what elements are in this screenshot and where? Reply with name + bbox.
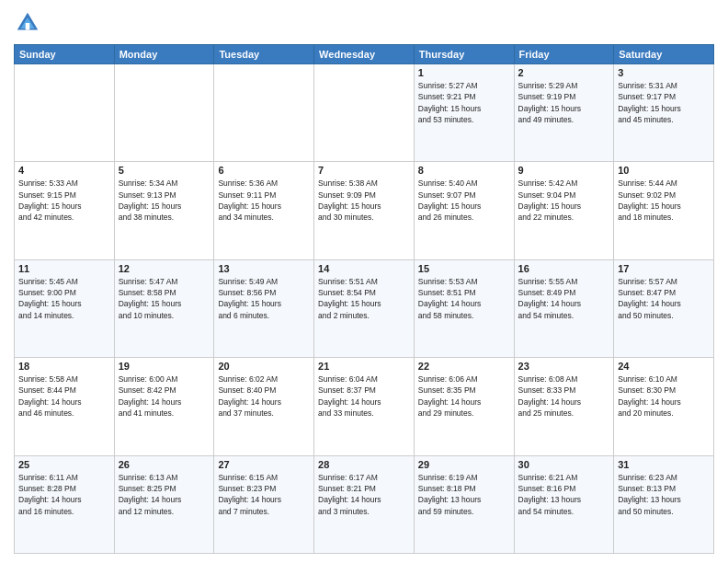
calendar-cell xyxy=(214,64,314,162)
day-info: Sunrise: 5:49 AM Sunset: 8:56 PM Dayligh… xyxy=(218,276,310,321)
calendar-cell: 22Sunrise: 6:06 AM Sunset: 8:35 PM Dayli… xyxy=(414,358,514,455)
weekday-sunday: Sunday xyxy=(15,45,115,64)
day-number: 16 xyxy=(518,263,610,274)
day-number: 28 xyxy=(318,459,410,470)
day-info: Sunrise: 6:04 AM Sunset: 8:37 PM Dayligh… xyxy=(318,373,410,419)
logo-icon xyxy=(14,9,41,37)
calendar-cell: 9Sunrise: 5:42 AM Sunset: 9:04 PM Daylig… xyxy=(514,162,614,259)
page: SundayMondayTuesdayWednesdayThursdayFrid… xyxy=(0,0,728,563)
day-number: 19 xyxy=(119,361,210,372)
calendar-cell xyxy=(15,64,115,162)
logo xyxy=(14,9,43,37)
calendar-cell: 7Sunrise: 5:38 AM Sunset: 9:09 PM Daylig… xyxy=(314,162,415,259)
day-number: 5 xyxy=(119,165,210,176)
day-number: 15 xyxy=(418,263,510,274)
day-info: Sunrise: 5:31 AM Sunset: 9:17 PM Dayligh… xyxy=(618,80,710,125)
calendar-cell: 20Sunrise: 6:02 AM Sunset: 8:40 PM Dayli… xyxy=(214,358,314,455)
calendar-cell xyxy=(314,64,415,162)
day-number: 25 xyxy=(18,459,110,470)
day-info: Sunrise: 6:21 AM Sunset: 8:16 PM Dayligh… xyxy=(518,472,610,517)
calendar-cell: 27Sunrise: 6:15 AM Sunset: 8:23 PM Dayli… xyxy=(214,455,314,553)
day-info: Sunrise: 5:42 AM Sunset: 9:04 PM Dayligh… xyxy=(518,178,610,223)
day-number: 6 xyxy=(218,165,310,176)
day-info: Sunrise: 5:51 AM Sunset: 8:54 PM Dayligh… xyxy=(318,276,410,321)
week-row-5: 25Sunrise: 6:11 AM Sunset: 8:28 PM Dayli… xyxy=(15,455,714,553)
day-number: 2 xyxy=(518,67,610,78)
day-info: Sunrise: 5:29 AM Sunset: 9:19 PM Dayligh… xyxy=(518,80,610,125)
day-number: 9 xyxy=(518,165,610,176)
day-number: 21 xyxy=(318,361,410,372)
day-info: Sunrise: 6:13 AM Sunset: 8:25 PM Dayligh… xyxy=(119,472,210,517)
day-info: Sunrise: 5:40 AM Sunset: 9:07 PM Dayligh… xyxy=(418,178,510,223)
day-info: Sunrise: 5:34 AM Sunset: 9:13 PM Dayligh… xyxy=(119,178,210,223)
calendar-cell: 21Sunrise: 6:04 AM Sunset: 8:37 PM Dayli… xyxy=(314,358,415,455)
calendar-cell: 29Sunrise: 6:19 AM Sunset: 8:18 PM Dayli… xyxy=(414,455,514,553)
day-number: 31 xyxy=(618,459,710,470)
calendar-cell xyxy=(114,64,214,162)
calendar-cell: 4Sunrise: 5:33 AM Sunset: 9:15 PM Daylig… xyxy=(15,162,115,259)
calendar-cell: 10Sunrise: 5:44 AM Sunset: 9:02 PM Dayli… xyxy=(614,162,714,259)
calendar-cell: 13Sunrise: 5:49 AM Sunset: 8:56 PM Dayli… xyxy=(214,259,314,357)
day-info: Sunrise: 6:00 AM Sunset: 8:42 PM Dayligh… xyxy=(119,373,210,419)
day-info: Sunrise: 5:33 AM Sunset: 9:15 PM Dayligh… xyxy=(18,178,110,223)
weekday-monday: Monday xyxy=(114,45,214,64)
day-info: Sunrise: 5:55 AM Sunset: 8:49 PM Dayligh… xyxy=(518,276,610,321)
weekday-saturday: Saturday xyxy=(614,45,714,64)
svg-rect-2 xyxy=(26,23,30,30)
day-info: Sunrise: 6:15 AM Sunset: 8:23 PM Dayligh… xyxy=(218,472,310,517)
calendar-cell: 8Sunrise: 5:40 AM Sunset: 9:07 PM Daylig… xyxy=(414,162,514,259)
day-info: Sunrise: 6:17 AM Sunset: 8:21 PM Dayligh… xyxy=(318,472,410,517)
day-number: 12 xyxy=(119,263,210,274)
calendar-cell: 17Sunrise: 5:57 AM Sunset: 8:47 PM Dayli… xyxy=(614,259,714,357)
day-info: Sunrise: 5:53 AM Sunset: 8:51 PM Dayligh… xyxy=(418,276,510,321)
day-number: 18 xyxy=(18,361,110,372)
weekday-thursday: Thursday xyxy=(414,45,514,64)
day-number: 20 xyxy=(218,361,310,372)
calendar-cell: 26Sunrise: 6:13 AM Sunset: 8:25 PM Dayli… xyxy=(114,455,214,553)
calendar-cell: 30Sunrise: 6:21 AM Sunset: 8:16 PM Dayli… xyxy=(514,455,614,553)
calendar-table: SundayMondayTuesdayWednesdayThursdayFrid… xyxy=(14,44,714,554)
day-info: Sunrise: 5:44 AM Sunset: 9:02 PM Dayligh… xyxy=(618,178,710,223)
calendar-cell: 19Sunrise: 6:00 AM Sunset: 8:42 PM Dayli… xyxy=(114,358,214,455)
calendar-cell: 14Sunrise: 5:51 AM Sunset: 8:54 PM Dayli… xyxy=(314,259,415,357)
day-info: Sunrise: 6:08 AM Sunset: 8:33 PM Dayligh… xyxy=(518,373,610,419)
day-info: Sunrise: 5:47 AM Sunset: 8:58 PM Dayligh… xyxy=(119,276,210,321)
header xyxy=(14,9,714,37)
day-number: 17 xyxy=(618,263,710,274)
calendar-cell: 24Sunrise: 6:10 AM Sunset: 8:30 PM Dayli… xyxy=(614,358,714,455)
week-row-2: 4Sunrise: 5:33 AM Sunset: 9:15 PM Daylig… xyxy=(15,162,714,259)
day-info: Sunrise: 5:58 AM Sunset: 8:44 PM Dayligh… xyxy=(18,373,110,419)
day-number: 24 xyxy=(618,361,710,372)
day-number: 13 xyxy=(218,263,310,274)
day-info: Sunrise: 6:10 AM Sunset: 8:30 PM Dayligh… xyxy=(618,373,710,419)
day-number: 14 xyxy=(318,263,410,274)
calendar-cell: 11Sunrise: 5:45 AM Sunset: 9:00 PM Dayli… xyxy=(15,259,115,357)
calendar-cell: 16Sunrise: 5:55 AM Sunset: 8:49 PM Dayli… xyxy=(514,259,614,357)
day-info: Sunrise: 5:45 AM Sunset: 9:00 PM Dayligh… xyxy=(18,276,110,321)
day-info: Sunrise: 6:19 AM Sunset: 8:18 PM Dayligh… xyxy=(418,472,510,517)
week-row-3: 11Sunrise: 5:45 AM Sunset: 9:00 PM Dayli… xyxy=(15,259,714,357)
day-number: 10 xyxy=(618,165,710,176)
weekday-header-row: SundayMondayTuesdayWednesdayThursdayFrid… xyxy=(15,45,714,64)
day-info: Sunrise: 6:02 AM Sunset: 8:40 PM Dayligh… xyxy=(218,373,310,419)
day-number: 29 xyxy=(418,459,510,470)
weekday-friday: Friday xyxy=(514,45,614,64)
calendar-cell: 6Sunrise: 5:36 AM Sunset: 9:11 PM Daylig… xyxy=(214,162,314,259)
day-number: 23 xyxy=(518,361,610,372)
day-number: 8 xyxy=(418,165,510,176)
day-info: Sunrise: 5:36 AM Sunset: 9:11 PM Dayligh… xyxy=(218,178,310,223)
calendar-cell: 23Sunrise: 6:08 AM Sunset: 8:33 PM Dayli… xyxy=(514,358,614,455)
day-number: 1 xyxy=(418,67,510,78)
calendar-cell: 18Sunrise: 5:58 AM Sunset: 8:44 PM Dayli… xyxy=(15,358,115,455)
calendar-cell: 25Sunrise: 6:11 AM Sunset: 8:28 PM Dayli… xyxy=(15,455,115,553)
day-number: 3 xyxy=(618,67,710,78)
week-row-1: 1Sunrise: 5:27 AM Sunset: 9:21 PM Daylig… xyxy=(15,64,714,162)
day-info: Sunrise: 6:23 AM Sunset: 8:13 PM Dayligh… xyxy=(618,472,710,517)
day-info: Sunrise: 5:57 AM Sunset: 8:47 PM Dayligh… xyxy=(618,276,710,321)
calendar-cell: 12Sunrise: 5:47 AM Sunset: 8:58 PM Dayli… xyxy=(114,259,214,357)
week-row-4: 18Sunrise: 5:58 AM Sunset: 8:44 PM Dayli… xyxy=(15,358,714,455)
weekday-wednesday: Wednesday xyxy=(314,45,415,64)
day-number: 22 xyxy=(418,361,510,372)
calendar-cell: 31Sunrise: 6:23 AM Sunset: 8:13 PM Dayli… xyxy=(614,455,714,553)
day-info: Sunrise: 6:06 AM Sunset: 8:35 PM Dayligh… xyxy=(418,373,510,419)
